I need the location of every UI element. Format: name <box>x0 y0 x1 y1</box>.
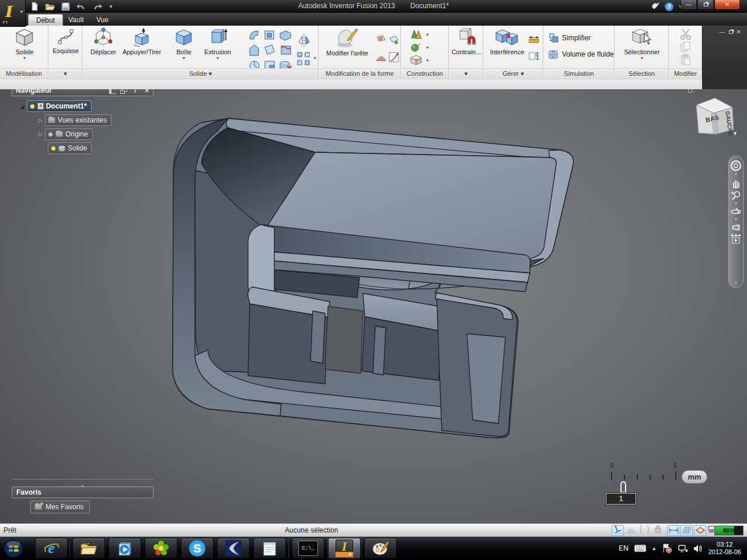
status-grid-toggle[interactable] <box>680 525 693 536</box>
scale-value-box[interactable]: 1 <box>606 493 636 505</box>
face-post2[interactable] <box>373 326 386 375</box>
extrusion-button[interactable]: Extrusion ▼ <box>201 27 235 60</box>
taskbar-windows-explorer[interactable] <box>72 538 105 559</box>
status-dimension-toggle[interactable] <box>667 525 679 536</box>
taskbar-icq[interactable] <box>145 538 177 559</box>
language-indicator[interactable]: EN <box>619 544 629 552</box>
view-cube[interactable]: BAS GAUCHE <box>690 92 737 141</box>
taskbar-inventor-fusion[interactable]: I F <box>328 538 361 559</box>
save-icon[interactable] <box>61 2 70 11</box>
solid-tools-grid[interactable] <box>247 29 294 73</box>
status-lock-toggle[interactable] <box>652 525 664 536</box>
network-icon[interactable] <box>678 544 688 553</box>
doc-minimize-button[interactable]: — <box>720 28 725 36</box>
tab-vault[interactable]: Vault <box>61 14 91 26</box>
taskbar-paint[interactable] <box>364 538 397 559</box>
toolbar-collapse-icon[interactable]: ⊜ <box>734 282 737 285</box>
tree-item-document[interactable]: Document1* <box>27 100 92 112</box>
status-dome-toggle[interactable] <box>625 525 637 536</box>
visibility-bulb-icon[interactable] <box>30 104 35 109</box>
group-label-solide[interactable]: Solide ▾ <box>83 68 318 79</box>
appuyer-tirer-button[interactable]: Appuyer/Tirer <box>119 27 165 55</box>
tab-debut[interactable]: Début <box>28 14 63 26</box>
unit-button[interactable]: mm <box>682 470 707 484</box>
tree-row-origine[interactable]: ▷ Origine <box>39 128 93 140</box>
mirror-icon[interactable] <box>296 33 312 48</box>
copy-icon[interactable] <box>679 41 692 52</box>
paste-icon[interactable] <box>679 54 692 65</box>
zoom-icon[interactable] <box>731 190 741 201</box>
interference-button[interactable]: Interférence <box>486 27 528 55</box>
tree-row-document[interactable]: ◢ Document1* <box>20 100 92 112</box>
taskbar-skype[interactable]: S <box>181 538 214 559</box>
tray-expand-icon[interactable]: ▲ <box>652 546 657 551</box>
tree-item-solide[interactable]: Solide <box>48 142 92 154</box>
scale-pointer-icon[interactable] <box>621 482 626 492</box>
cut-icon[interactable] <box>679 28 692 40</box>
expand-arrow-icon[interactable]: ◢ <box>20 103 25 110</box>
face-hook-inner[interactable] <box>467 334 505 424</box>
favorites-header[interactable]: Favoris <box>12 487 153 498</box>
doc-close-button[interactable]: ✕ <box>736 28 741 36</box>
deplacer-button[interactable]: Déplacer <box>88 27 119 55</box>
viewcube-menu-caret[interactable]: ▼ <box>732 131 738 136</box>
group-label-esquisse[interactable]: ▾ <box>49 68 82 79</box>
taskbar-internet-explorer[interactable]: e <box>35 538 68 559</box>
restore-button[interactable] <box>697 0 714 10</box>
pattern-caret[interactable]: ▼ <box>313 56 317 60</box>
status-brackets-toggle[interactable] <box>638 525 651 536</box>
start-button[interactable] <box>4 538 23 558</box>
navigation-wheel-icon[interactable] <box>730 160 742 172</box>
boite-button[interactable]: Boîte ▼ <box>169 27 198 60</box>
redo-icon[interactable] <box>92 2 103 10</box>
add-face-icon[interactable] <box>388 34 400 46</box>
construction-point-button[interactable]: ▼ <box>410 54 430 66</box>
edge-tangent-icon[interactable] <box>388 51 400 63</box>
taskbar-notepad[interactable] <box>253 538 286 559</box>
simplifier-button[interactable]: Simplifier <box>549 33 591 43</box>
visibility-bulb-off-icon[interactable] <box>48 132 53 137</box>
clock[interactable]: 03:12 2012-08-06 <box>708 541 741 556</box>
esquisse-button[interactable]: Esquisse <box>50 27 81 54</box>
new-document-icon[interactable] <box>30 2 39 11</box>
modifier-arete-button[interactable]: Modifier l'arête <box>320 27 374 57</box>
edit-face-icon[interactable] <box>375 34 387 46</box>
pan-hand-icon[interactable] <box>731 178 741 188</box>
wheel-caret[interactable]: ▼ <box>734 173 738 176</box>
viewport-canvas[interactable]: Navigateur i ✕ ◢ Document1* ▷ <box>0 82 747 523</box>
close-button[interactable]: ✕ <box>714 0 740 10</box>
collapse-arrow-icon[interactable]: ▷ <box>39 131 43 137</box>
dome-face-icon[interactable] <box>375 51 387 63</box>
restore-view-icon[interactable] <box>730 234 742 244</box>
help-icon[interactable]: ? <box>665 2 673 11</box>
open-file-icon[interactable] <box>45 2 55 11</box>
taskbar-media-player[interactable] <box>109 538 141 559</box>
communication-center-icon[interactable] <box>651 2 660 11</box>
pattern-icon[interactable] <box>296 51 312 66</box>
panel-splitter[interactable]: ▲ <box>12 479 153 484</box>
tree-row-solide[interactable]: Solide <box>48 142 92 154</box>
undo-icon[interactable] <box>76 2 86 10</box>
tree-row-vues[interactable]: ▷ Vues existantes <box>39 114 111 126</box>
keyboard-icon[interactable] <box>634 544 647 552</box>
tree-item-vues[interactable]: Vues existantes <box>45 114 111 126</box>
volume-fluide-button[interactable]: Volume de fluide <box>549 49 614 60</box>
volume-icon[interactable] <box>693 544 703 553</box>
selectionner-button[interactable]: Sélectionner ▼ <box>620 27 664 60</box>
qat-options-caret[interactable]: ▼ <box>109 4 113 9</box>
action-center-icon[interactable] <box>662 544 672 553</box>
taskbar-command-prompt[interactable]: C:\_ <box>292 538 324 559</box>
copy-object-icon[interactable] <box>528 50 540 62</box>
face-post1[interactable] <box>310 311 325 363</box>
status-axes-toggle[interactable] <box>612 525 624 536</box>
look-at-icon[interactable] <box>730 223 742 232</box>
group-label-gerer[interactable]: Gérer ▾ <box>484 68 543 79</box>
application-menu-button[interactable]: I FT ▼ <box>0 0 26 27</box>
tree-item-origine[interactable]: Origine <box>45 128 93 140</box>
visibility-bulb-icon[interactable] <box>51 146 56 151</box>
favorites-item[interactable]: Mes Favoris <box>30 501 90 513</box>
measure-icon[interactable] <box>528 33 540 44</box>
minimize-button[interactable]: — <box>680 0 697 10</box>
group-label-contrain[interactable]: ▾ <box>449 68 483 79</box>
contrain-button[interactable]: Contrain... <box>451 27 482 55</box>
